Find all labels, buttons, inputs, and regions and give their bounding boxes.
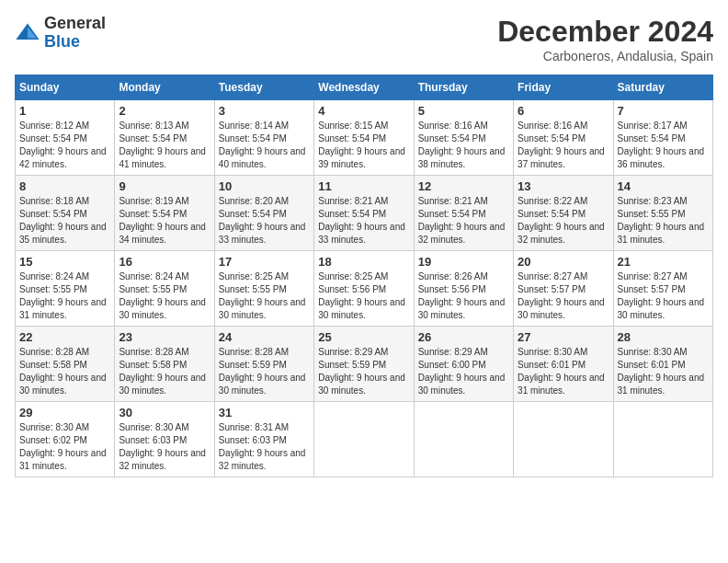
col-thursday: Thursday: [414, 75, 513, 100]
logo-text: General Blue: [44, 15, 106, 52]
day-info: Sunrise: 8:14 AMSunset: 5:54 PMDaylight:…: [219, 120, 310, 171]
day-number: 8: [19, 179, 110, 193]
month-year: December 2024: [497, 15, 713, 49]
day-info: Sunrise: 8:30 AMSunset: 6:02 PMDaylight:…: [19, 421, 110, 473]
day-number: 18: [318, 255, 409, 269]
day-info: Sunrise: 8:25 AMSunset: 5:56 PMDaylight:…: [318, 270, 409, 322]
table-row: 26 Sunrise: 8:29 AMSunset: 6:00 PMDaylig…: [414, 327, 513, 402]
table-row: 11 Sunrise: 8:21 AMSunset: 5:54 PMDaylig…: [314, 176, 414, 251]
day-info: Sunrise: 8:13 AMSunset: 5:54 PMDaylight:…: [119, 120, 210, 171]
table-row: 25 Sunrise: 8:29 AMSunset: 5:59 PMDaylig…: [314, 327, 414, 402]
col-tuesday: Tuesday: [214, 75, 313, 100]
day-number: 10: [219, 179, 310, 193]
day-number: 30: [119, 406, 210, 419]
day-info: Sunrise: 8:18 AMSunset: 5:54 PMDaylight:…: [19, 195, 110, 247]
day-info: Sunrise: 8:31 AMSunset: 6:03 PMDaylight:…: [219, 421, 310, 473]
day-info: Sunrise: 8:24 AMSunset: 5:55 PMDaylight:…: [119, 270, 210, 322]
day-info: Sunrise: 8:17 AMSunset: 5:54 PMDaylight:…: [618, 120, 709, 171]
table-row: 23 Sunrise: 8:28 AMSunset: 5:58 PMDaylig…: [115, 327, 214, 402]
day-info: Sunrise: 8:20 AMSunset: 5:54 PMDaylight:…: [219, 195, 310, 247]
day-info: Sunrise: 8:28 AMSunset: 5:58 PMDaylight:…: [19, 346, 110, 397]
day-info: Sunrise: 8:16 AMSunset: 5:54 PMDaylight:…: [418, 120, 509, 171]
day-info: Sunrise: 8:30 AMSunset: 6:03 PMDaylight:…: [119, 421, 210, 473]
table-row: [314, 402, 414, 477]
day-number: 9: [119, 179, 210, 193]
calendar: Sunday Monday Tuesday Wednesday Thursday…: [15, 75, 713, 477]
table-row: [414, 402, 513, 477]
table-row: 15 Sunrise: 8:24 AMSunset: 5:55 PMDaylig…: [16, 251, 115, 327]
calendar-header-row: Sunday Monday Tuesday Wednesday Thursday…: [16, 75, 713, 100]
table-row: 8 Sunrise: 8:18 AMSunset: 5:54 PMDayligh…: [16, 176, 115, 251]
day-info: Sunrise: 8:29 AMSunset: 6:00 PMDaylight:…: [418, 346, 509, 397]
day-info: Sunrise: 8:21 AMSunset: 5:54 PMDaylight:…: [318, 195, 409, 247]
logo: General Blue: [15, 15, 106, 52]
table-row: 4 Sunrise: 8:15 AMSunset: 5:54 PMDayligh…: [314, 100, 414, 176]
table-row: 24 Sunrise: 8:28 AMSunset: 5:59 PMDaylig…: [214, 327, 313, 402]
table-row: 29 Sunrise: 8:30 AMSunset: 6:02 PMDaylig…: [16, 402, 115, 477]
day-number: 23: [119, 330, 210, 344]
day-number: 13: [518, 179, 609, 193]
table-row: 31 Sunrise: 8:31 AMSunset: 6:03 PMDaylig…: [214, 402, 313, 477]
day-info: Sunrise: 8:16 AMSunset: 5:54 PMDaylight:…: [518, 120, 609, 171]
location: Carboneros, Andalusia, Spain: [497, 49, 713, 63]
day-number: 26: [418, 330, 509, 344]
table-row: 1 Sunrise: 8:12 AMSunset: 5:54 PMDayligh…: [16, 100, 115, 176]
day-number: 22: [19, 330, 110, 344]
table-row: 2 Sunrise: 8:13 AMSunset: 5:54 PMDayligh…: [115, 100, 214, 176]
calendar-row: 1 Sunrise: 8:12 AMSunset: 5:54 PMDayligh…: [16, 100, 713, 176]
table-row: 16 Sunrise: 8:24 AMSunset: 5:55 PMDaylig…: [115, 251, 214, 327]
table-row: [613, 402, 712, 477]
table-row: 27 Sunrise: 8:30 AMSunset: 6:01 PMDaylig…: [514, 327, 613, 402]
day-number: 28: [618, 330, 709, 344]
table-row: 14 Sunrise: 8:23 AMSunset: 5:55 PMDaylig…: [613, 176, 712, 251]
calendar-row: 8 Sunrise: 8:18 AMSunset: 5:54 PMDayligh…: [16, 176, 713, 251]
col-saturday: Saturday: [613, 75, 712, 100]
table-row: 20 Sunrise: 8:27 AMSunset: 5:57 PMDaylig…: [514, 251, 613, 327]
day-number: 24: [219, 330, 310, 344]
day-info: Sunrise: 8:21 AMSunset: 5:54 PMDaylight:…: [418, 195, 509, 247]
day-number: 20: [518, 255, 609, 269]
day-number: 3: [219, 104, 310, 118]
col-monday: Monday: [115, 75, 214, 100]
day-number: 29: [19, 406, 110, 419]
day-number: 1: [19, 104, 110, 118]
table-row: 9 Sunrise: 8:19 AMSunset: 5:54 PMDayligh…: [115, 176, 214, 251]
day-number: 11: [318, 179, 409, 193]
table-row: 5 Sunrise: 8:16 AMSunset: 5:54 PMDayligh…: [414, 100, 513, 176]
day-number: 16: [119, 255, 210, 269]
logo-icon: [15, 20, 40, 46]
day-info: Sunrise: 8:12 AMSunset: 5:54 PMDaylight:…: [19, 120, 110, 171]
day-number: 2: [119, 104, 210, 118]
day-number: 15: [19, 255, 110, 269]
day-info: Sunrise: 8:24 AMSunset: 5:55 PMDaylight:…: [19, 270, 110, 322]
day-number: 27: [518, 330, 609, 344]
day-number: 4: [318, 104, 409, 118]
day-number: 7: [618, 104, 709, 118]
table-row: 30 Sunrise: 8:30 AMSunset: 6:03 PMDaylig…: [115, 402, 214, 477]
table-row: 10 Sunrise: 8:20 AMSunset: 5:54 PMDaylig…: [214, 176, 313, 251]
calendar-row: 29 Sunrise: 8:30 AMSunset: 6:02 PMDaylig…: [16, 402, 713, 477]
table-row: 13 Sunrise: 8:22 AMSunset: 5:54 PMDaylig…: [514, 176, 613, 251]
day-info: Sunrise: 8:26 AMSunset: 5:56 PMDaylight:…: [418, 270, 509, 322]
day-number: 5: [418, 104, 509, 118]
calendar-row: 22 Sunrise: 8:28 AMSunset: 5:58 PMDaylig…: [16, 327, 713, 402]
table-row: 6 Sunrise: 8:16 AMSunset: 5:54 PMDayligh…: [514, 100, 613, 176]
table-row: 18 Sunrise: 8:25 AMSunset: 5:56 PMDaylig…: [314, 251, 414, 327]
day-info: Sunrise: 8:23 AMSunset: 5:55 PMDaylight:…: [618, 195, 709, 247]
table-row: 17 Sunrise: 8:25 AMSunset: 5:55 PMDaylig…: [214, 251, 313, 327]
table-row: 7 Sunrise: 8:17 AMSunset: 5:54 PMDayligh…: [613, 100, 712, 176]
table-row: 21 Sunrise: 8:27 AMSunset: 5:57 PMDaylig…: [613, 251, 712, 327]
header: General Blue December 2024 Carboneros, A…: [15, 15, 713, 63]
table-row: 22 Sunrise: 8:28 AMSunset: 5:58 PMDaylig…: [16, 327, 115, 402]
table-row: [514, 402, 613, 477]
table-row: 28 Sunrise: 8:30 AMSunset: 6:01 PMDaylig…: [613, 327, 712, 402]
day-number: 6: [518, 104, 609, 118]
col-wednesday: Wednesday: [314, 75, 414, 100]
day-info: Sunrise: 8:28 AMSunset: 5:58 PMDaylight:…: [119, 346, 210, 397]
day-info: Sunrise: 8:27 AMSunset: 5:57 PMDaylight:…: [518, 270, 609, 322]
day-info: Sunrise: 8:28 AMSunset: 5:59 PMDaylight:…: [219, 346, 310, 397]
day-number: 17: [219, 255, 310, 269]
table-row: 12 Sunrise: 8:21 AMSunset: 5:54 PMDaylig…: [414, 176, 513, 251]
day-number: 19: [418, 255, 509, 269]
calendar-row: 15 Sunrise: 8:24 AMSunset: 5:55 PMDaylig…: [16, 251, 713, 327]
